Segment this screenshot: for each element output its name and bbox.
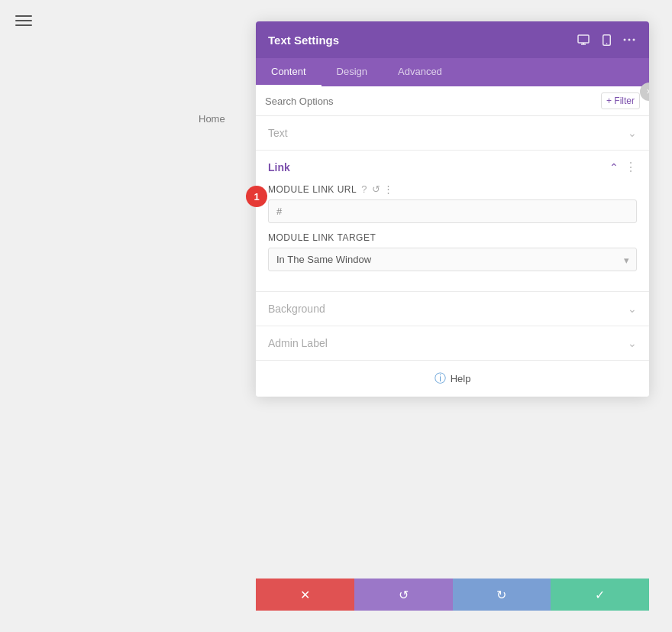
panel-title: Text Settings <box>268 34 339 47</box>
breadcrumb: Home <box>199 113 225 125</box>
text-chevron-down-icon: ⌄ <box>628 127 637 139</box>
panel-header-icons <box>576 32 637 47</box>
more-icon[interactable] <box>622 32 637 47</box>
module-link-url-input[interactable] <box>268 199 637 223</box>
help-circle-icon[interactable]: ? <box>361 183 367 195</box>
search-input[interactable] <box>265 96 601 107</box>
hamburger-menu[interactable] <box>15 15 32 26</box>
background-section: Background ⌄ <box>256 292 649 326</box>
svg-point-6 <box>628 39 631 41</box>
breadcrumb-text: Home <box>199 113 225 125</box>
admin-label-section-title: Admin Label <box>268 337 328 349</box>
field-action-icons: ↺ ⋮ <box>372 183 394 195</box>
link-chevron-up-icon: ⌃ <box>609 161 619 173</box>
link-section-title: Link <box>268 161 290 173</box>
module-link-url-label: Module Link URL ? ↺ ⋮ <box>268 183 637 195</box>
help-row[interactable]: ⓘ Help <box>256 361 649 397</box>
module-link-url-field: Module Link URL ? ↺ ⋮ <box>268 183 637 223</box>
link-header-controls: ⌃ ⋮ <box>609 160 637 174</box>
tab-advanced[interactable]: Advanced <box>383 58 457 86</box>
svg-rect-0 <box>578 35 589 43</box>
action-bar: ✕ ↺ ↻ ✓ <box>256 579 649 611</box>
undo-button[interactable]: ↺ <box>354 579 453 611</box>
link-more-icon[interactable]: ⋮ <box>625 160 637 174</box>
help-icon: ⓘ <box>435 371 446 386</box>
admin-label-section: Admin Label ⌄ <box>256 326 649 361</box>
search-bar: + Filter <box>256 86 649 116</box>
text-section-header[interactable]: Text ⌄ <box>256 116 649 150</box>
svg-point-5 <box>624 39 626 41</box>
cancel-button[interactable]: ✕ <box>256 579 354 611</box>
tab-design[interactable]: Design <box>321 58 383 86</box>
link-section: Link ⌃ ⋮ Module Link URL ? ↺ ⋮ <box>256 151 649 292</box>
background-section-title: Background <box>268 303 325 315</box>
module-link-target-select-wrapper: In The Same Window In The New Window <box>268 248 637 271</box>
tab-content[interactable]: Content <box>256 58 321 86</box>
panel-body: Text ⌄ Link ⌃ ⋮ Module Link URL ? <box>256 116 649 397</box>
background-section-header[interactable]: Background ⌄ <box>256 292 649 326</box>
settings-tabs: Content Design Advanced <box>256 58 649 86</box>
help-label: Help <box>451 373 471 384</box>
link-section-header[interactable]: Link ⌃ ⋮ <box>256 151 649 183</box>
options-dots-icon[interactable]: ⋮ <box>383 183 394 195</box>
filter-button[interactable]: + Filter <box>601 92 640 109</box>
link-fields: Module Link URL ? ↺ ⋮ Module Link Target <box>256 183 649 291</box>
desktop-icon[interactable] <box>576 32 591 47</box>
tablet-icon[interactable] <box>599 32 614 47</box>
svg-point-7 <box>633 39 635 41</box>
text-settings-panel: × Text Settings <box>256 21 649 397</box>
admin-label-chevron-down-icon: ⌄ <box>628 337 637 349</box>
text-section-title: Text <box>268 127 288 139</box>
module-link-target-select[interactable]: In The Same Window In The New Window <box>268 248 637 271</box>
hamburger-icon[interactable] <box>15 15 32 26</box>
step-indicator: 1 <box>246 186 267 207</box>
svg-point-4 <box>606 43 607 44</box>
module-link-target-field: Module Link Target In The Same Window In… <box>268 232 637 271</box>
reset-icon[interactable]: ↺ <box>372 183 381 195</box>
background-chevron-down-icon: ⌄ <box>628 303 637 315</box>
module-link-target-label: Module Link Target <box>268 232 637 243</box>
save-button[interactable]: ✓ <box>551 579 649 611</box>
admin-label-section-header[interactable]: Admin Label ⌄ <box>256 326 649 360</box>
panel-header: Text Settings <box>256 21 649 58</box>
text-section: Text ⌄ <box>256 116 649 151</box>
redo-button[interactable]: ↻ <box>453 579 551 611</box>
